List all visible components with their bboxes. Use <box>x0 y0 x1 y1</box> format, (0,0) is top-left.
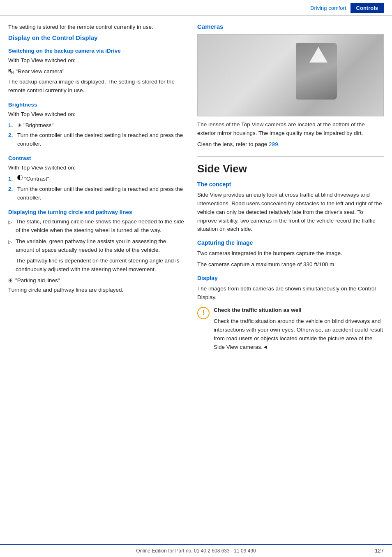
page-number: 127 <box>375 548 384 554</box>
parking-aid-line: ⊞ "Parking aid lines" <box>8 277 185 283</box>
camera-caption2-pre: Clean the lens, refer to page <box>197 141 269 147</box>
camera-caption2-post: . <box>278 141 280 147</box>
backup-camera-step1: With Top View switched on: <box>8 56 185 65</box>
header-driving-comfort: Driving comfort <box>310 5 346 11</box>
warning-text: Check the traffic situation around the v… <box>214 317 384 352</box>
contrast-icon <box>17 175 23 180</box>
capturing-text1: Two cameras integrated in the bumpers ca… <box>197 249 384 258</box>
contrast-subtitle: Contrast <box>8 155 185 161</box>
bullet-arrow-1: ▷ <box>8 218 16 226</box>
rear-cam-text: "Rear view camera" <box>16 67 64 76</box>
turning-circle-bullet2-text: The variable, green pathway line assists… <box>16 238 166 253</box>
footer-bar: Online Edition for Part no. 01 40 2 608 … <box>0 544 392 557</box>
header-bar: Driving comfort Controls <box>0 0 392 16</box>
capturing-subtitle: Capturing the image <box>197 239 384 246</box>
capturing-text2: The cameras capture a maximum range of 3… <box>197 260 384 269</box>
cameras-title: Cameras <box>197 23 384 30</box>
brightness-step2-num: 2. <box>8 131 17 140</box>
contrast-step1-text: "Contrast" <box>24 175 185 183</box>
sun-icon: ☀ <box>17 121 22 130</box>
contrast-step2: 2. Turn the controller until the desired… <box>8 185 185 202</box>
bullet-arrow-2: ▷ <box>8 238 16 246</box>
turning-circle-bullet1: ▷ The static, red turning circle line sh… <box>8 218 185 235</box>
turning-circle-bullet2-content: The variable, green pathway line assists… <box>16 237 185 274</box>
divider <box>197 156 384 157</box>
warning-box: ! Check the traffic situation as well Ch… <box>197 306 384 354</box>
camera-image <box>197 34 384 116</box>
brightness-intro: With Top View switched on: <box>8 110 185 119</box>
footer-text: Online Edition for Part no. 01 40 2 608 … <box>136 548 256 554</box>
warning-heading: Check the traffic situation as well <box>214 306 384 315</box>
brightness-step1: 1. ☀ "Brightness" <box>8 121 185 130</box>
arrow-up-indicator <box>309 47 327 63</box>
brightness-step1-num: 1. <box>8 121 17 130</box>
right-column: Cameras The lenses of the Top View camer… <box>197 23 384 354</box>
backup-camera-icon-row: RH "Rear view camera" <box>8 67 185 76</box>
backup-camera-subtitle: Switching on the backup camera via iDriv… <box>8 48 185 54</box>
content-area: The setting is stored for the remote con… <box>0 16 392 354</box>
concept-subtitle: The concept <box>197 181 384 188</box>
concept-text: Side View provides an early look at cros… <box>197 191 384 234</box>
contrast-step2-num: 2. <box>8 185 17 194</box>
rear-cam-icon: RH <box>8 67 14 76</box>
left-column: The setting is stored for the remote con… <box>8 23 185 354</box>
turning-circle-subtitle: Displaying the turning circle and pathwa… <box>8 209 185 215</box>
camera-caption2: Clean the lens, refer to page 299. <box>197 140 384 149</box>
brightness-step1-text: "Brightness" <box>23 121 185 130</box>
camera-caption2-page-link[interactable]: 299 <box>269 141 278 147</box>
backup-camera-desc: The backup camera image is displayed. Th… <box>8 78 185 95</box>
warning-content: Check the traffic situation as well Chec… <box>214 306 384 354</box>
contrast-step2-text: Turn the controller until the desired se… <box>17 185 185 202</box>
header-controls: Controls <box>350 3 384 13</box>
display-subtitle: Display <box>197 275 384 281</box>
parking-aid-text: "Parking aid lines" <box>15 277 60 283</box>
camera-caption1: The lenses of the Top View cameras are l… <box>197 121 384 138</box>
brightness-step2-text: Turn the controller until the desired se… <box>17 131 185 149</box>
display-section-title: Display on the Control Display <box>8 34 185 41</box>
brightness-step2: 2. Turn the controller until the desired… <box>8 131 185 149</box>
turning-circle-bullet1-text: The static, red turning circle line show… <box>16 218 185 235</box>
display-text1: The images from both cameras are shown s… <box>197 285 384 302</box>
intro-text: The setting is stored for the remote con… <box>8 23 185 32</box>
parking-grid-icon: ⊞ <box>8 277 13 283</box>
turning-circle-bullet2: ▷ The variable, green pathway line assis… <box>8 237 185 274</box>
warning-icon: ! <box>197 307 210 319</box>
contrast-step1: 1. "Contrast" <box>8 175 185 183</box>
contrast-intro: With Top View switched on: <box>8 164 185 172</box>
side-view-title: Side View <box>197 162 384 175</box>
brightness-subtitle: Brightness <box>8 102 185 108</box>
contrast-step1-num: 1. <box>8 175 17 183</box>
turning-circle-sub-bullet: The pathway line is dependent on the cur… <box>16 257 185 274</box>
turning-circle-closing: Turning circle and pathway lines are dis… <box>8 286 185 295</box>
